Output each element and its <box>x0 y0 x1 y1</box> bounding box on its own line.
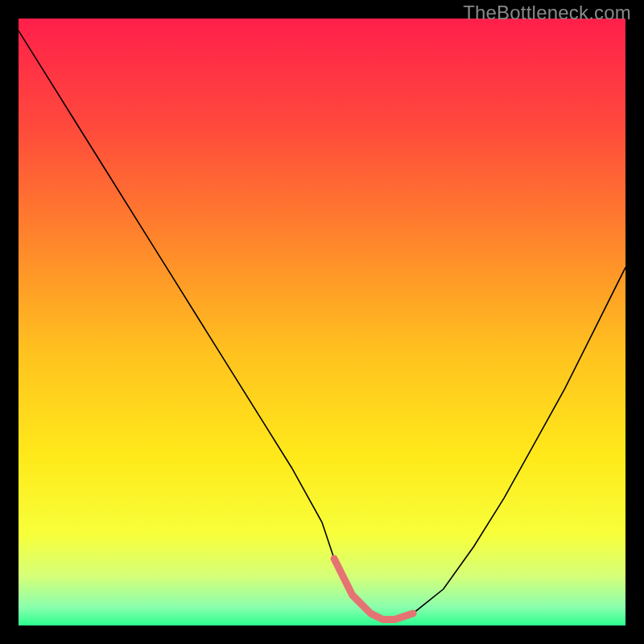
chart-viewport: TheBottleneck.com <box>0 0 644 644</box>
gradient-background <box>19 19 625 625</box>
watermark-label: TheBottleneck.com <box>463 2 631 24</box>
plot-frame <box>19 19 625 625</box>
plot-svg <box>19 19 625 625</box>
